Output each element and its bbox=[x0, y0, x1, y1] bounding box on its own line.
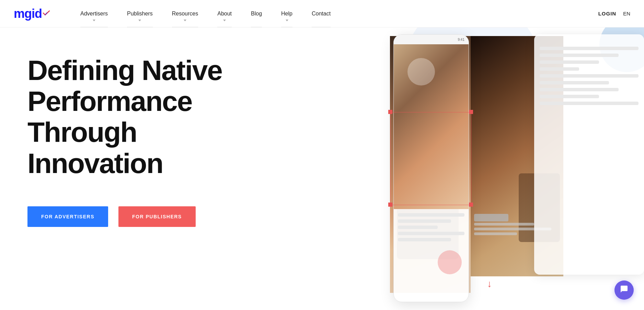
logo[interactable]: mgid bbox=[14, 7, 50, 21]
hero-buttons: FOR ADVERTISERS FOR PUBLISHERS bbox=[27, 206, 222, 227]
hero-section: Defining Native Performance Through Inno… bbox=[0, 27, 644, 310]
ui-line-2 bbox=[540, 54, 619, 57]
red-dot-top-left bbox=[388, 110, 392, 114]
phone-content-line-5 bbox=[398, 238, 451, 241]
logo-checkmark-icon bbox=[43, 10, 50, 16]
nav-item-resources[interactable]: Resources bbox=[162, 0, 208, 27]
phone-mockup: 9:41 bbox=[393, 34, 469, 302]
phone-content-line-1 bbox=[398, 213, 464, 217]
nav-item-advertisers[interactable]: Advertisers bbox=[71, 0, 117, 27]
header: mgid Advertisers Publishers Resources Ab… bbox=[0, 0, 644, 27]
phone-content-lines bbox=[394, 209, 469, 245]
ui-line-1 bbox=[540, 47, 639, 50]
phone-status-bar: 9:41 bbox=[394, 35, 469, 44]
hero-heading: Defining Native Performance Through Inno… bbox=[27, 55, 222, 179]
phone-content-line-3 bbox=[398, 226, 438, 229]
main-nav: Advertisers Publishers Resources About B… bbox=[71, 0, 598, 27]
nav-item-publishers[interactable]: Publishers bbox=[117, 0, 162, 27]
ui-card-right bbox=[534, 34, 644, 275]
chat-button[interactable] bbox=[614, 280, 634, 300]
nav-item-blog[interactable]: Blog bbox=[241, 0, 272, 27]
gray-pill bbox=[474, 214, 508, 221]
ui-line-3 bbox=[540, 60, 599, 64]
nav-right: LOGIN EN bbox=[598, 11, 630, 16]
border-line-horizontal-top bbox=[390, 112, 471, 113]
hero-text-block: Defining Native Performance Through Inno… bbox=[27, 55, 222, 227]
ui-line-9 bbox=[540, 102, 639, 105]
border-line-vertical-right bbox=[471, 110, 472, 203]
ui-line-6 bbox=[540, 81, 609, 84]
phone-time: 9:41 bbox=[458, 38, 464, 42]
ui-card-lines bbox=[540, 47, 639, 105]
content-bar-3 bbox=[474, 232, 517, 235]
red-dot-bottom-left bbox=[388, 203, 392, 207]
for-advertisers-button[interactable]: FOR ADVERTISERS bbox=[27, 206, 108, 227]
phone-content-line-2 bbox=[398, 219, 451, 223]
ui-line-4 bbox=[540, 67, 579, 71]
logo-text: mgid bbox=[14, 7, 42, 21]
phone-photo-simulation bbox=[394, 44, 469, 209]
for-publishers-button[interactable]: FOR PUBLISHERS bbox=[118, 206, 196, 227]
scroll-arrow[interactable]: ↓ bbox=[487, 278, 492, 289]
phone-image-area bbox=[394, 44, 469, 209]
nav-item-contact[interactable]: Contact bbox=[302, 0, 340, 27]
nav-item-help[interactable]: Help bbox=[272, 0, 302, 27]
ui-line-7 bbox=[540, 88, 619, 91]
red-dot-top-right bbox=[469, 110, 473, 114]
phone-pink-circle bbox=[438, 250, 462, 274]
nav-item-about[interactable]: About bbox=[208, 0, 241, 27]
ui-line-5 bbox=[540, 74, 639, 78]
border-line-horizontal-bottom bbox=[390, 205, 471, 205]
login-button[interactable]: LOGIN bbox=[598, 11, 617, 16]
border-line-vertical-left bbox=[390, 110, 391, 203]
language-selector[interactable]: EN bbox=[623, 11, 630, 16]
hero-visual: 9:41 bbox=[335, 27, 644, 310]
chat-icon bbox=[620, 285, 628, 295]
red-dot-bottom-right bbox=[469, 203, 473, 207]
content-bar-1 bbox=[474, 223, 534, 226]
phone-content-line-4 bbox=[398, 232, 464, 235]
ui-line-8 bbox=[540, 95, 599, 98]
